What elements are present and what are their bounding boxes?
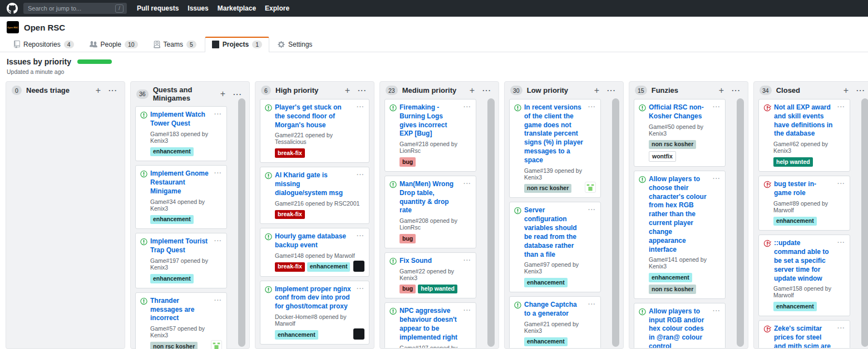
- issue-label[interactable]: break-fix: [275, 148, 305, 158]
- add-card-button[interactable]: +: [593, 86, 601, 95]
- project-title[interactable]: Issues by priority: [7, 57, 71, 66]
- issue-title-link[interactable]: Thrander messages are incorrect: [150, 297, 211, 323]
- issue-label[interactable]: enhancement: [150, 215, 194, 225]
- card-menu-button[interactable]: ···: [357, 285, 364, 292]
- card-menu-button[interactable]: ···: [357, 103, 364, 110]
- add-card-button[interactable]: +: [717, 86, 726, 95]
- issue-card[interactable]: Zeke's scimitar prices for steel and mit…: [758, 320, 850, 348]
- issue-card[interactable]: ::update command able to be set a specif…: [758, 235, 850, 316]
- add-card-button[interactable]: +: [842, 86, 850, 95]
- card-menu-button[interactable]: ···: [837, 180, 845, 187]
- issue-title-link[interactable]: Allow players to input RGB and/or hex co…: [649, 307, 710, 348]
- nav-explore[interactable]: Explore: [265, 4, 289, 12]
- issue-title-link[interactable]: ::update command able to be set a specif…: [774, 239, 835, 283]
- column-menu-button[interactable]: ···: [855, 86, 867, 94]
- issue-title-link[interactable]: Man(Men) Wrong Drop table, quantity & dr…: [400, 180, 461, 215]
- issue-label[interactable]: non rsc kosher: [524, 184, 571, 193]
- issue-label[interactable]: bug: [400, 234, 416, 243]
- issue-card[interactable]: Hourly game database backup event···Game…: [260, 228, 369, 276]
- card-menu-button[interactable]: ···: [463, 180, 471, 187]
- column-menu-button[interactable]: ···: [107, 86, 119, 94]
- tab-people[interactable]: People 10: [82, 37, 145, 52]
- card-menu-button[interactable]: ···: [588, 301, 596, 307]
- issue-label[interactable]: break-fix: [275, 262, 305, 272]
- assignee-avatar[interactable]: [211, 340, 222, 349]
- issue-title-link[interactable]: Player's get stuck on the second floor o…: [275, 103, 354, 129]
- tab-teams[interactable]: Teams 5: [146, 37, 204, 52]
- column-menu-button[interactable]: ···: [730, 86, 742, 94]
- card-menu-button[interactable]: ···: [837, 325, 845, 331]
- card-menu-button[interactable]: ···: [463, 257, 471, 263]
- column-scrollbar[interactable]: [238, 98, 245, 347]
- issue-card[interactable]: Official RSC non-Kosher Changes···Game#5…: [634, 99, 726, 167]
- issue-title-link[interactable]: Implement Gnome Restaurant Minigame: [150, 169, 211, 196]
- github-logo-icon[interactable]: [7, 3, 18, 14]
- issue-card[interactable]: Thrander messages are incorrect···Game#5…: [135, 292, 227, 349]
- column-menu-button[interactable]: ···: [231, 90, 244, 98]
- issue-label[interactable]: enhancement: [649, 273, 692, 282]
- add-card-button[interactable]: +: [468, 86, 476, 95]
- card-menu-button[interactable]: ···: [463, 103, 471, 110]
- issue-card[interactable]: Implement proper nginx conf from dev int…: [260, 281, 369, 345]
- column-scrollbar[interactable]: [861, 98, 868, 347]
- issue-label[interactable]: enhancement: [150, 147, 194, 157]
- issue-title-link[interactable]: In recent versions of the client the gam…: [524, 103, 585, 165]
- issue-card[interactable]: Fix Sound···Game#22 opened by Kenix3bugh…: [384, 252, 476, 298]
- issue-card[interactable]: Al Kharid gate is missing dialogue/syste…: [260, 167, 369, 224]
- issue-label[interactable]: bug: [400, 285, 416, 294]
- card-menu-button[interactable]: ···: [214, 297, 222, 303]
- issue-title-link[interactable]: bug tester in-game role: [774, 180, 835, 198]
- issue-label[interactable]: break-fix: [275, 210, 305, 220]
- search-input[interactable]: [27, 4, 112, 12]
- card-menu-button[interactable]: ···: [463, 307, 471, 313]
- issue-card[interactable]: Implement Watch Tower Quest···Game#183 o…: [135, 106, 227, 161]
- issue-card[interactable]: In recent versions of the client the gam…: [509, 99, 601, 198]
- issue-label[interactable]: enhancement: [773, 302, 817, 311]
- card-menu-button[interactable]: ···: [214, 237, 222, 244]
- issue-title-link[interactable]: Not all EXP award and skill events have …: [774, 103, 835, 138]
- issue-card[interactable]: Server configuration variables should be…: [509, 202, 601, 292]
- issue-label[interactable]: enhancement: [150, 274, 194, 283]
- issue-card[interactable]: bug tester in-game role···Game#89 opened…: [758, 176, 850, 231]
- issue-card[interactable]: Man(Men) Wrong Drop table, quantity & dr…: [384, 176, 476, 248]
- issue-card[interactable]: NPC aggressive behaviour doesn't appear …: [384, 302, 476, 348]
- add-card-button[interactable]: +: [343, 86, 352, 95]
- card-menu-button[interactable]: ···: [357, 232, 364, 239]
- column-scrollbar[interactable]: [612, 98, 619, 347]
- issue-label[interactable]: help wanted: [773, 157, 813, 167]
- issue-title-link[interactable]: Implement Tourist Trap Quest: [150, 237, 211, 255]
- column-menu-button[interactable]: ···: [356, 86, 368, 94]
- card-menu-button[interactable]: ···: [713, 175, 721, 182]
- nav-marketplace[interactable]: Marketplace: [218, 4, 256, 12]
- org-name[interactable]: Open RSC: [24, 23, 65, 32]
- issue-card[interactable]: Allow players to input RGB and/or hex co…: [634, 303, 726, 348]
- issue-card[interactable]: Implement Gnome Restaurant Minigame···Ga…: [135, 165, 227, 229]
- issue-title-link[interactable]: Implement proper nginx conf from dev int…: [275, 285, 354, 311]
- issue-title-link[interactable]: Server configuration variables should be…: [524, 206, 585, 259]
- tab-projects[interactable]: Projects 1: [205, 37, 269, 52]
- assignee-avatar[interactable]: [353, 261, 364, 272]
- issue-label[interactable]: enhancement: [524, 337, 568, 347]
- card-menu-button[interactable]: ···: [713, 307, 721, 314]
- issue-label[interactable]: bug: [400, 157, 416, 167]
- card-menu-button[interactable]: ···: [713, 103, 721, 110]
- issue-title-link[interactable]: Firemaking - Burning Logs gives incorrec…: [400, 103, 461, 138]
- issue-card[interactable]: Change Captcha to a generator···Game#21 …: [509, 296, 601, 348]
- nav-issues[interactable]: Issues: [188, 4, 208, 12]
- card-menu-button[interactable]: ···: [214, 111, 222, 117]
- card-menu-button[interactable]: ···: [837, 103, 845, 110]
- column-menu-button[interactable]: ···: [605, 86, 618, 94]
- issue-label[interactable]: enhancement: [275, 330, 318, 340]
- issue-title-link[interactable]: Hourly game database backup event: [275, 232, 354, 250]
- issue-label[interactable]: non rsc kosher: [150, 342, 198, 349]
- issue-title-link[interactable]: Official RSC non-Kosher Changes: [649, 103, 710, 121]
- issue-label[interactable]: non rsc kosher: [649, 285, 696, 294]
- issue-title-link[interactable]: Implement Watch Tower Quest: [150, 111, 211, 128]
- issue-label[interactable]: wontfix: [649, 151, 676, 162]
- issue-title-link[interactable]: Change Captcha to a generator: [524, 301, 585, 318]
- tab-settings[interactable]: Settings: [270, 37, 319, 52]
- card-menu-button[interactable]: ···: [588, 206, 596, 213]
- column-menu-button[interactable]: ···: [481, 86, 493, 94]
- add-card-button[interactable]: +: [219, 89, 227, 98]
- card-menu-button[interactable]: ···: [588, 103, 596, 110]
